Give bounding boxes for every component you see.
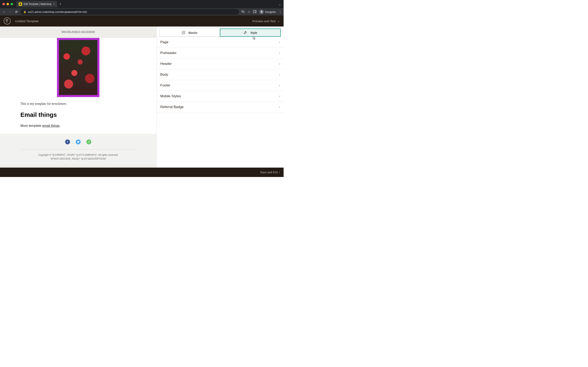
toolbar-icons: ☆ Incognito ⋮	[241, 9, 282, 14]
browser-tab[interactable]: Edit Template | Mailchimp ×	[16, 1, 57, 7]
incognito-badge[interactable]: Incognito	[259, 9, 276, 14]
chevron-right-icon: ›	[279, 73, 280, 76]
mailchimp-logo-icon[interactable]	[4, 17, 11, 25]
section-label: Page	[160, 40, 168, 44]
side-panel-icon[interactable]	[253, 10, 256, 14]
bottom-bar: Save and Exit ›	[0, 167, 284, 177]
mailchimp-favicon-icon	[19, 2, 22, 6]
paintbrush-icon	[243, 31, 247, 34]
main-area: View this email in your browser This is …	[0, 26, 284, 167]
link-icon[interactable]	[86, 140, 91, 144]
section-label: Header	[160, 62, 172, 66]
tab-blocks[interactable]: Blocks	[159, 29, 220, 37]
section-label: Referral Badge	[160, 105, 183, 109]
incognito-icon	[259, 9, 264, 14]
email-canvas[interactable]: View this email in your browser This is …	[0, 26, 156, 167]
twitter-icon[interactable]	[76, 140, 81, 144]
image-block[interactable]	[57, 38, 99, 97]
tabs-dropdown-icon[interactable]: ⌄	[278, 2, 281, 6]
section-label: Mobile Styles	[160, 94, 181, 98]
browser-toolbar: ← → ⟳ 🔒 us21.admin.mailchimp.com/templat…	[0, 8, 284, 16]
chevron-right-icon: ›	[279, 40, 280, 44]
blocks-icon	[182, 31, 185, 34]
menu-icon[interactable]: ⋮	[279, 10, 282, 13]
svg-point-6	[6, 20, 7, 20]
address-bar[interactable]: 🔒 us21.admin.mailchimp.com/templates/edi…	[20, 9, 239, 15]
svg-point-0	[20, 3, 21, 5]
close-window-icon[interactable]	[2, 3, 5, 5]
tab-style[interactable]: Style	[220, 29, 281, 37]
copyright-line-1: Copyright © *|CURRENT_YEAR|* *|LIST:COMP…	[20, 153, 136, 157]
text-block-intro[interactable]: This is my template for newsletters	[20, 102, 136, 106]
star-icon[interactable]: ☆	[248, 10, 250, 13]
browser-tab-strip: Edit Template | Mailchimp × + ⌄	[0, 0, 284, 8]
new-tab-button[interactable]: +	[59, 2, 61, 6]
tab-title: Edit Template | Mailchimp	[24, 3, 52, 6]
svg-rect-3	[253, 10, 256, 13]
heading-block[interactable]: Email things	[20, 111, 136, 118]
incognito-label: Incognito	[265, 10, 276, 13]
chevron-right-icon: ›	[279, 62, 280, 66]
preheader-block[interactable]: View this email in your browser	[0, 30, 156, 33]
forward-button[interactable]: →	[8, 10, 12, 14]
reload-button[interactable]: ⟳	[14, 10, 18, 14]
section-footer[interactable]: Footer ›	[156, 80, 284, 91]
section-label: Body	[160, 73, 168, 77]
more-link[interactable]: email things	[42, 124, 60, 127]
section-referral-badge[interactable]: Referral Badge ›	[156, 102, 284, 113]
chevron-right-icon: ›	[279, 105, 280, 109]
eye-off-icon[interactable]	[241, 10, 245, 14]
chevron-right-icon: ›	[279, 51, 280, 55]
section-preheader[interactable]: Preheader ›	[156, 48, 284, 58]
copyright-text: Copyright © *|CURRENT_YEAR|* *|LIST:COMP…	[20, 153, 136, 161]
section-mobile-styles[interactable]: Mobile Styles ›	[156, 91, 284, 102]
view-in-browser-link[interactable]: View this email in your browser	[61, 30, 95, 33]
close-tab-icon[interactable]: ×	[53, 2, 55, 6]
maximize-window-icon[interactable]	[11, 3, 13, 5]
svg-point-7	[7, 20, 7, 20]
chevron-right-icon: ›	[279, 94, 280, 98]
tab-blocks-label: Blocks	[189, 31, 198, 34]
more-prefix: More template	[20, 124, 42, 127]
section-page[interactable]: Page ›	[156, 37, 284, 48]
facebook-icon[interactable]: f	[65, 140, 70, 144]
chevron-right-icon: ›	[279, 83, 280, 87]
section-body[interactable]: Body ›	[156, 69, 284, 80]
section-label: Preheader	[160, 51, 176, 55]
chevron-down-icon: ⌄	[277, 19, 280, 23]
divider	[20, 149, 136, 150]
preview-test-label: Preview and Test	[252, 19, 276, 23]
save-exit-label: Save and Exit	[260, 171, 278, 174]
minimize-window-icon[interactable]	[7, 3, 9, 5]
app-header: Untitled Template Preview and Test ⌄	[0, 16, 284, 26]
section-label: Footer	[160, 83, 170, 87]
social-row: f	[20, 140, 136, 144]
side-panel: Blocks Style Page › Preheader › Header ›	[156, 26, 284, 167]
tab-style-label: Style	[250, 31, 257, 34]
lock-icon: 🔒	[23, 10, 26, 13]
save-and-exit-button[interactable]: Save and Exit ›	[260, 171, 280, 174]
text-block-more[interactable]: More template email things	[20, 124, 136, 128]
copyright-line-2: *|IFNOT:ARCHIVE_PAGE|* *|LIST:DESCRIPTIO…	[20, 157, 136, 161]
template-name: Untitled Template	[15, 19, 39, 23]
window-controls	[2, 3, 13, 5]
flowers-image	[59, 40, 97, 95]
url-text: us21.admin.mailchimp.com/templates/edit?…	[28, 10, 87, 13]
chevron-right-icon: ›	[279, 171, 280, 174]
back-button[interactable]: ←	[2, 10, 6, 14]
panel-tabs: Blocks Style	[156, 26, 284, 37]
style-sections: Page › Preheader › Header › Body › Foote…	[156, 37, 284, 167]
footer-block[interactable]: f Copyright © *|CURRENT_YEAR|* *|LIST:CO…	[0, 134, 156, 165]
section-header[interactable]: Header ›	[156, 58, 284, 69]
preview-test-dropdown[interactable]: Preview and Test ⌄	[252, 19, 280, 23]
